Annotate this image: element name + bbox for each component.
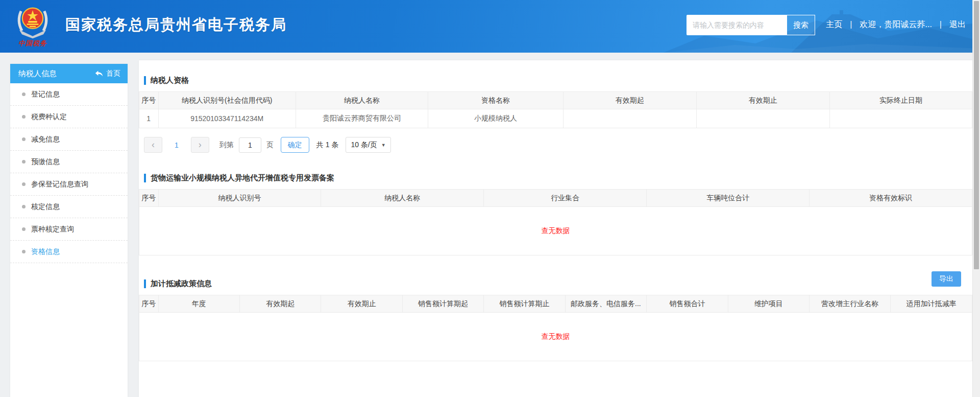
- bullet-icon: [22, 160, 26, 164]
- header-search: 搜索: [687, 15, 815, 35]
- sidebar-item-label: 减免信息: [31, 135, 60, 144]
- table-cell: 1: [139, 109, 159, 128]
- page-number-input[interactable]: [239, 137, 261, 153]
- nav-welcome-text[interactable]: 欢迎，贵阳诚云荞...: [860, 19, 932, 30]
- column-header: 有效期止: [696, 92, 829, 109]
- app-header: 中国税务 国家税务总局贵州省电子税务局 搜索 主页 | 欢迎，贵阳诚云荞... …: [0, 0, 980, 53]
- tax-bureau-logo: 中国税务: [8, 2, 57, 48]
- column-header: 有效期止: [321, 295, 402, 313]
- table-header-row: 序号纳税人识别号(社会信用代码)纳税人名称资格名称有效期起有效期止实际终止日期: [139, 92, 972, 109]
- column-header: 车辆吨位合计: [647, 190, 810, 207]
- sidebar-header: 纳税人信息 首页: [10, 64, 128, 83]
- qualification-table: 序号纳税人识别号(社会信用代码)纳税人名称资格名称有效期起有效期止实际终止日期 …: [139, 91, 972, 128]
- title-accent-bar: [144, 279, 146, 288]
- next-page-button[interactable]: ›: [191, 137, 209, 153]
- table-cell: [829, 109, 972, 128]
- sidebar-item[interactable]: 参保登记信息查询: [10, 173, 128, 196]
- table-header-row: 序号年度有效期起有效期止销售额计算期起销售额计算期止邮政服务、电信服务...销售…: [139, 295, 972, 313]
- scrollbar-thumb[interactable]: [974, 1, 979, 269]
- empty-state-row: 查无数据: [139, 313, 972, 361]
- table-cell: [696, 109, 829, 128]
- pagination: ‹ 1 › 到第 页 确定 共 1 条 10 条/页 ▼: [144, 137, 972, 153]
- column-header: 资格有效标识: [810, 190, 972, 207]
- export-button[interactable]: 导出: [932, 271, 961, 287]
- sidebar-item[interactable]: 票种核定查询: [10, 218, 128, 241]
- empty-state-text: 查无数据: [139, 207, 972, 255]
- section-title-text: 加计抵减政策信息: [151, 279, 212, 289]
- bullet-icon: [22, 137, 26, 141]
- chevron-down-icon: ▼: [381, 143, 386, 148]
- column-header: 纳税人名称: [296, 92, 428, 109]
- freight-table: 序号纳税人识别号纳税人名称行业集合车辆吨位合计资格有效标识 查无数据: [139, 189, 972, 255]
- page-size-select[interactable]: 10 条/页 ▼: [346, 137, 390, 153]
- sidebar-item[interactable]: 登记信息: [10, 83, 128, 106]
- column-header: 资格名称: [428, 92, 563, 109]
- sidebar-title: 纳税人信息: [18, 69, 57, 79]
- nav-divider: |: [940, 20, 942, 29]
- nav-divider: |: [850, 20, 852, 29]
- sidebar-item-label: 参保登记信息查询: [31, 180, 88, 189]
- nav-home-link[interactable]: 主页: [826, 19, 842, 30]
- current-page-number[interactable]: 1: [175, 141, 179, 149]
- table-row: 191520103347114234M贵阳诚云荞商贸有限公司小规模纳税人: [139, 109, 972, 128]
- window-scrollbar[interactable]: [972, 0, 980, 397]
- sidebar-home-link[interactable]: 首页: [95, 69, 120, 78]
- table-cell: 小规模纳税人: [428, 109, 563, 128]
- bullet-icon: [22, 115, 26, 119]
- sidebar-item-label: 资格信息: [31, 247, 60, 256]
- column-header: 销售额计算期止: [484, 295, 565, 313]
- confirm-page-button[interactable]: 确定: [281, 137, 309, 153]
- column-header: 行业集合: [484, 190, 647, 207]
- column-header: 序号: [139, 190, 159, 207]
- sidebar-item[interactable]: 减免信息: [10, 128, 128, 151]
- column-header: 序号: [139, 92, 159, 109]
- tax-emblem-icon: [14, 3, 51, 39]
- nav-logout-link[interactable]: 退出: [949, 19, 966, 30]
- prev-page-button[interactable]: ‹: [144, 137, 162, 153]
- section-header-deduction: 加计抵减政策信息 导出: [139, 279, 972, 288]
- sidebar-item-label: 税费种认定: [31, 112, 67, 122]
- sidebar-item-label: 票种核定查询: [31, 225, 74, 234]
- bullet-icon: [22, 227, 26, 231]
- search-button[interactable]: 搜索: [787, 15, 815, 35]
- sidebar: 纳税人信息 首页 登记信息税费种认定减免信息预缴信息参保登记信息查询核定信息票种…: [10, 64, 128, 397]
- empty-state-row: 查无数据: [139, 207, 972, 255]
- column-header: 销售额计算期起: [402, 295, 483, 313]
- page-unit-label: 页: [266, 141, 274, 150]
- back-arrow-icon: [95, 70, 103, 77]
- title-accent-bar: [144, 76, 146, 85]
- section-title-text: 纳税人资格: [151, 76, 189, 85]
- total-count-label: 共 1 条: [316, 141, 339, 150]
- sidebar-home-label: 首页: [106, 69, 120, 78]
- table-cell: 91520103347114234M: [158, 109, 296, 128]
- sidebar-item-label: 预缴信息: [31, 157, 60, 167]
- column-header: 实际终止日期: [829, 92, 972, 109]
- title-accent-bar: [144, 174, 146, 182]
- bullet-icon: [22, 182, 26, 186]
- bullet-icon: [22, 205, 26, 208]
- sidebar-item[interactable]: 税费种认定: [10, 106, 128, 128]
- sidebar-item-label: 核定信息: [31, 202, 60, 212]
- goto-page-label: 到第: [219, 141, 234, 150]
- sidebar-item[interactable]: 预缴信息: [10, 151, 128, 173]
- sidebar-item[interactable]: 资格信息: [10, 241, 128, 263]
- logo-caption: 中国税务: [8, 39, 57, 48]
- empty-state-text: 查无数据: [139, 313, 972, 361]
- table-cell: [563, 109, 696, 128]
- section-title-text: 货物运输业小规模纳税人异地代开增值税专用发票备案: [151, 173, 334, 183]
- top-nav: 主页 | 欢迎，贵阳诚云荞... | 退出: [826, 17, 966, 32]
- sidebar-item[interactable]: 核定信息: [10, 196, 128, 218]
- bullet-icon: [22, 250, 26, 253]
- section-title-freight: 货物运输业小规模纳税人异地代开增值税专用发票备案: [144, 173, 972, 182]
- deduction-table: 序号年度有效期起有效期止销售额计算期起销售额计算期止邮政服务、电信服务...销售…: [139, 295, 972, 361]
- column-header: 纳税人名称: [321, 190, 484, 207]
- column-header: 年度: [158, 295, 239, 313]
- column-header: 营改增主行业名称: [810, 295, 891, 313]
- main-content-panel: 纳税人资格 序号纳税人识别号(社会信用代码)纳税人名称资格名称有效期起有效期止实…: [139, 60, 972, 397]
- search-input[interactable]: [687, 15, 787, 35]
- bullet-icon: [22, 92, 26, 96]
- column-header: 纳税人识别号: [158, 190, 321, 207]
- page-title: 国家税务总局贵州省电子税务局: [65, 15, 287, 35]
- sidebar-item-label: 登记信息: [31, 90, 60, 99]
- table-header-row: 序号纳税人识别号纳税人名称行业集合车辆吨位合计资格有效标识: [139, 190, 972, 207]
